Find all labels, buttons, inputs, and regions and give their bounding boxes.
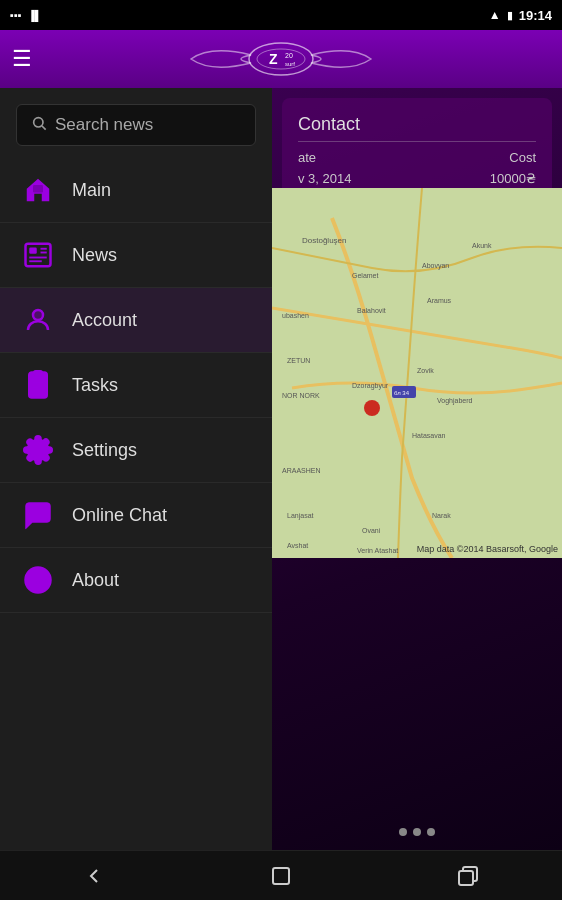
svg-text:Dzoragbyur: Dzoragbyur <box>352 382 389 390</box>
recent-apps-button[interactable] <box>438 856 498 896</box>
nav-label-online-chat: Online Chat <box>72 505 167 526</box>
svg-rect-48 <box>273 868 289 884</box>
nav-label-main: Main <box>72 180 111 201</box>
nav-item-main[interactable]: Main <box>0 158 272 223</box>
search-icon <box>31 115 47 135</box>
contact-row: ate Cost <box>298 150 536 165</box>
search-bar[interactable]: Search news <box>16 104 256 146</box>
tasks-icon <box>20 367 56 403</box>
svg-rect-8 <box>26 244 51 267</box>
status-bar: ▪▪▪ ▐▌ ▲ ▮ 19:14 <box>0 0 562 30</box>
svg-text:Balahovit: Balahovit <box>357 307 386 314</box>
cost-label: Cost <box>509 150 536 165</box>
settings-icon <box>20 432 56 468</box>
right-panel: Contact ate Cost v 3, 2014 10000₴ <box>272 88 562 850</box>
map-container: Dostoğluşen Gelamet Abovyan Akunk ubashe… <box>272 188 562 558</box>
svg-text:ZETUN: ZETUN <box>287 357 310 364</box>
svg-text:Abovyan: Abovyan <box>422 262 449 270</box>
svg-point-45 <box>364 400 380 416</box>
nav-label-news: News <box>72 245 117 266</box>
home-button[interactable] <box>251 856 311 896</box>
nav-item-account[interactable]: Account <box>0 288 272 353</box>
sidebar: Search news Main <box>0 88 272 850</box>
battery-icon: ▮ <box>507 9 513 22</box>
nav-item-about[interactable]: About <box>0 548 272 613</box>
nav-label-account: Account <box>72 310 137 331</box>
nav-label-tasks: Tasks <box>72 375 118 396</box>
svg-text:Ovani: Ovani <box>362 527 381 534</box>
notification-icon: ▐▌ <box>28 10 42 21</box>
svg-text:Zovik: Zovik <box>417 367 434 374</box>
svg-text:ubashen: ubashen <box>282 312 309 319</box>
map-roads-svg: Dostoğluşen Gelamet Abovyan Akunk ubashe… <box>272 188 562 558</box>
logo-svg: Z 20 surf <box>181 37 381 81</box>
date-label: ate <box>298 150 316 165</box>
scroll-dot-2 <box>413 828 421 836</box>
scroll-dot-1 <box>399 828 407 836</box>
svg-rect-49 <box>459 871 473 885</box>
svg-text:Avshat: Avshat <box>287 542 308 549</box>
nav-item-tasks[interactable]: Tasks <box>0 353 272 418</box>
nav-item-settings[interactable]: Settings <box>0 418 272 483</box>
svg-point-1 <box>257 49 305 69</box>
scroll-dot-3 <box>427 828 435 836</box>
svg-point-0 <box>249 43 313 75</box>
map-placeholder: Dostoğluşen Gelamet Abovyan Akunk ubashe… <box>272 188 562 558</box>
svg-text:Aramus: Aramus <box>427 297 452 304</box>
svg-point-5 <box>34 118 43 127</box>
svg-text:surf: surf <box>285 61 295 67</box>
svg-text:ARAASHEN: ARAASHEN <box>282 467 321 474</box>
info-icon <box>20 562 56 598</box>
news-icon <box>20 237 56 273</box>
chat-icon <box>20 497 56 533</box>
svg-rect-9 <box>29 248 37 254</box>
wifi-icon: ▲ <box>489 8 501 22</box>
nav-item-news[interactable]: News <box>0 223 272 288</box>
svg-line-6 <box>42 126 46 130</box>
svg-text:Gelamet: Gelamet <box>352 272 379 279</box>
scroll-dots <box>399 828 435 836</box>
svg-text:NOR NORK: NOR NORK <box>282 392 320 399</box>
date-value: v 3, 2014 <box>298 171 352 186</box>
map-copyright: Map data ©2014 Basarsoft, Google <box>417 544 558 554</box>
svg-text:Hatasavan: Hatasavan <box>412 432 446 439</box>
menu-indicator-icon: ▪▪▪ <box>10 9 22 21</box>
svg-text:Verin Atashat: Verin Atashat <box>357 547 398 554</box>
contact-values-row: v 3, 2014 10000₴ <box>298 171 536 186</box>
nav-label-settings: Settings <box>72 440 137 461</box>
back-button[interactable] <box>64 856 124 896</box>
svg-text:Dostoğluşen: Dostoğluşen <box>302 236 346 245</box>
app-logo: Z 20 surf <box>181 37 381 81</box>
status-left: ▪▪▪ ▐▌ <box>10 9 42 21</box>
contact-card: Contact ate Cost v 3, 2014 10000₴ <box>282 98 552 202</box>
svg-text:Lanjasat: Lanjasat <box>287 512 314 520</box>
app-bar: ☰ Z 20 surf <box>0 30 562 88</box>
nav-label-about: About <box>72 570 119 591</box>
logo-container: Z 20 surf <box>181 37 381 81</box>
svg-text:20: 20 <box>285 52 293 59</box>
contact-title: Contact <box>298 114 536 142</box>
cost-value: 10000₴ <box>490 171 536 186</box>
account-icon <box>20 302 56 338</box>
svg-text:бл 34: бл 34 <box>394 390 410 396</box>
hamburger-button[interactable]: ☰ <box>12 46 32 72</box>
svg-text:Narak: Narak <box>432 512 451 519</box>
home-icon <box>20 172 56 208</box>
status-right: ▲ ▮ 19:14 <box>489 8 552 23</box>
bottom-bar <box>0 850 562 900</box>
main-content: Search news Main <box>0 88 562 850</box>
svg-text:Z: Z <box>269 51 278 67</box>
svg-text:Akunk: Akunk <box>472 242 492 249</box>
search-placeholder: Search news <box>55 115 153 135</box>
svg-point-15 <box>33 310 43 320</box>
svg-text:Voghjaberd: Voghjaberd <box>437 397 473 405</box>
svg-rect-20 <box>34 371 42 375</box>
nav-item-online-chat[interactable]: Online Chat <box>0 483 272 548</box>
time-display: 19:14 <box>519 8 552 23</box>
svg-rect-7 <box>33 185 43 193</box>
